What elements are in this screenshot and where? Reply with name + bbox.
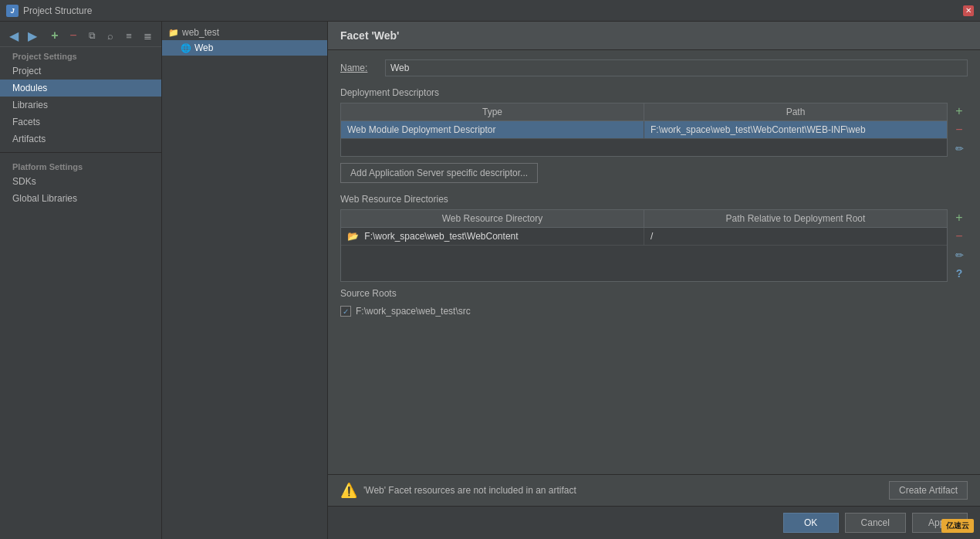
forward-button[interactable]: ▶	[25, 28, 40, 43]
web-resource-table: Web Resource Directory Path Relative to …	[340, 209, 948, 282]
config-button[interactable]: ≣	[140, 28, 155, 43]
deployment-table-header: Type Path	[341, 103, 947, 121]
window-title: Project Structure	[23, 5, 92, 16]
name-label: Name:	[340, 63, 379, 73]
remove-button[interactable]: −	[66, 28, 81, 43]
source-roots-section: Source Roots ✓ F:\work_space\web_test\sr…	[340, 288, 968, 319]
platform-settings-section-label: Platform Settings	[0, 158, 161, 173]
deployment-table-row[interactable]: Web Module Deployment Descriptor F:\work…	[341, 121, 947, 139]
watermark: 亿速云	[941, 519, 974, 533]
sidebar-item-sdks[interactable]: SDKs	[0, 173, 161, 190]
deployment-edit-button[interactable]: ✏	[951, 140, 968, 157]
deployment-type-cell: Web Module Deployment Descriptor	[341, 121, 644, 138]
sidebar-item-libraries[interactable]: Libraries	[0, 97, 161, 114]
main-container: ◀ ▶ + − ⧉ ⌕ ≡ ≣ Project Settings Project…	[0, 22, 980, 539]
source-root-label: F:\work_space\web_test\src	[356, 306, 471, 317]
module-tree: 📁 web_test 🌐 Web	[162, 22, 328, 539]
sidebar: ◀ ▶ + − ⧉ ⌕ ≡ ≣ Project Settings Project…	[0, 22, 162, 539]
ok-button[interactable]: OK	[783, 513, 839, 533]
folder-icon: 📁	[168, 28, 179, 38]
cancel-button[interactable]: Cancel	[845, 513, 906, 533]
web-facet-icon: 🌐	[181, 43, 191, 53]
sort-button[interactable]: ≡	[121, 28, 137, 43]
web-resource-edit-button[interactable]: ✏	[951, 246, 968, 263]
deployment-remove-button[interactable]: −	[951, 121, 968, 138]
web-resource-remove-button[interactable]: −	[951, 228, 968, 245]
web-resource-dir-cell: 📂 F:\work_space\web_test\WebContent	[341, 228, 644, 245]
tree-node-web[interactable]: 🌐 Web	[162, 40, 327, 56]
bottom-bar: OK Cancel Apply	[328, 506, 980, 539]
title-bar: J Project Structure ✕	[0, 0, 980, 22]
title-bar-left: J Project Structure	[6, 5, 92, 17]
app-icon: J	[6, 5, 19, 17]
sidebar-item-artifacts[interactable]: Artifacts	[0, 131, 161, 147]
deployment-path-header: Path	[644, 103, 947, 120]
sidebar-item-project[interactable]: Project	[0, 63, 161, 80]
web-resource-help-button[interactable]: ?	[951, 265, 968, 282]
web-resource-side-buttons: + − ✏ ?	[951, 209, 968, 282]
warning-icon: ⚠️	[340, 482, 357, 499]
web-resource-table-row[interactable]: 📂 F:\work_space\web_test\WebContent /	[341, 228, 947, 246]
facet-title: Facet 'Web'	[328, 22, 980, 50]
back-button[interactable]: ◀	[6, 28, 22, 43]
source-root-row: ✓ F:\work_space\web_test\src	[340, 303, 968, 319]
close-button[interactable]: ✕	[963, 5, 974, 16]
source-roots-heading: Source Roots	[340, 288, 968, 299]
name-input[interactable]	[385, 59, 968, 76]
web-resource-heading: Web Resource Directories	[340, 194, 968, 205]
warning-bar: ⚠️ 'Web' Facet resources are not include…	[328, 474, 980, 506]
deployment-add-button[interactable]: +	[951, 103, 968, 120]
warning-text: 'Web' Facet resources are not included i…	[363, 485, 883, 496]
copy-button[interactable]: ⧉	[84, 28, 100, 43]
sidebar-item-global-libraries[interactable]: Global Libraries	[0, 190, 161, 207]
web-resource-add-button[interactable]: +	[951, 209, 968, 226]
sidebar-item-modules[interactable]: Modules	[0, 80, 161, 97]
web-resource-path-header: Path Relative to Deployment Root	[644, 210, 947, 227]
web-resource-path-cell: /	[644, 228, 947, 245]
deployment-descriptors-heading: Deployment Descriptors	[340, 87, 968, 98]
project-settings-section-label: Project Settings	[0, 47, 161, 63]
tree-node-web-test[interactable]: 📁 web_test	[162, 25, 327, 40]
web-resource-table-container: Web Resource Directory Path Relative to …	[340, 209, 968, 282]
content-panel: Facet 'Web' Name: Deployment Descriptors…	[328, 22, 980, 539]
deployment-side-buttons: + − ✏	[951, 103, 968, 157]
web-resource-table-header: Web Resource Directory Path Relative to …	[341, 210, 947, 228]
sidebar-item-facets[interactable]: Facets	[0, 114, 161, 131]
deployment-path-cell: F:\work_space\web_test\WebContent\WEB-IN…	[644, 121, 947, 138]
sidebar-toolbar: ◀ ▶ + − ⧉ ⌕ ≡ ≣	[0, 25, 161, 47]
search-button[interactable]: ⌕	[103, 28, 118, 43]
web-resource-dir-header: Web Resource Directory	[341, 210, 644, 227]
add-button[interactable]: +	[47, 28, 63, 43]
create-artifact-button[interactable]: Create Artifact	[889, 481, 968, 500]
content-inner: Name: Deployment Descriptors Type Path W…	[328, 50, 980, 474]
deployment-table: Type Path Web Module Deployment Descript…	[340, 103, 948, 157]
deployment-table-container: Type Path Web Module Deployment Descript…	[340, 103, 968, 157]
add-server-descriptor-button[interactable]: Add Application Server specific descript…	[340, 163, 538, 183]
source-root-checkbox[interactable]: ✓	[340, 306, 351, 317]
deployment-type-header: Type	[341, 103, 644, 120]
name-row: Name:	[340, 59, 968, 76]
